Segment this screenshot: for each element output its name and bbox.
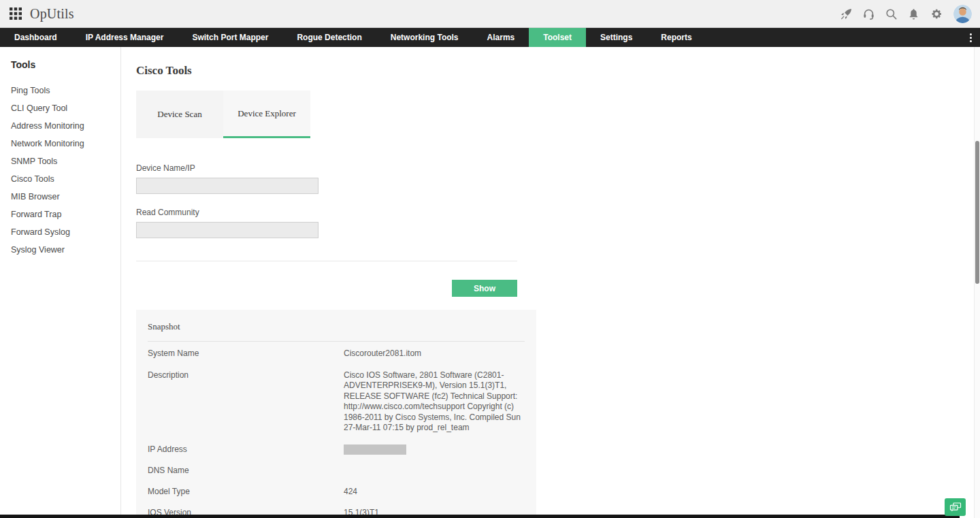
nav-tab-settings[interactable]: Settings: [586, 28, 647, 47]
settings-gear-icon[interactable]: [929, 7, 943, 20]
notifications-bell-icon[interactable]: [906, 7, 920, 20]
sidebar-item-address-monitoring[interactable]: Address Monitoring: [11, 122, 110, 131]
read-community-label: Read Community: [136, 208, 517, 217]
vertical-scrollbar[interactable]: [974, 47, 980, 518]
snapshot-panel: Snapshot System Name Ciscorouter2081.ito…: [136, 310, 536, 518]
snapshot-row-system-name: System Name Ciscorouter2081.itom: [148, 343, 525, 365]
tool-tabs: Device Scan Device Explorer: [136, 91, 980, 138]
tab-device-scan[interactable]: Device Scan: [136, 91, 223, 138]
nav-tab-reports[interactable]: Reports: [647, 28, 706, 47]
main-navbar: Dashboard IP Address Manager Switch Port…: [0, 28, 980, 47]
snapshot-row-model-type: Model Type 424: [148, 481, 525, 503]
device-explorer-form: Device Name/IP Read Community Show: [136, 163, 517, 297]
show-button[interactable]: Show: [452, 280, 517, 297]
sidebar-item-forward-trap[interactable]: Forward Trap: [11, 210, 110, 219]
sidebar-item-forward-syslog[interactable]: Forward Syslog: [11, 228, 110, 237]
nav-tab-dashboard[interactable]: Dashboard: [0, 28, 71, 47]
nav-tab-switch-port-mapper[interactable]: Switch Port Mapper: [178, 28, 282, 47]
form-divider: [136, 261, 517, 261]
device-name-input[interactable]: [136, 178, 318, 194]
user-avatar[interactable]: [953, 5, 972, 23]
tools-sidebar: Tools Ping Tools CLI Query Tool Address …: [0, 47, 121, 518]
page-title: Cisco Tools: [136, 64, 980, 78]
sidebar-item-cisco-tools[interactable]: Cisco Tools: [11, 175, 110, 184]
snapshot-title: Snapshot: [148, 321, 525, 332]
read-community-input[interactable]: [136, 222, 318, 238]
nav-tab-networking-tools[interactable]: Networking Tools: [376, 28, 473, 47]
main-panel: Cisco Tools Device Scan Device Explorer …: [121, 47, 980, 518]
redacted-ip-box: [344, 444, 406, 455]
topbar: OpUtils: [0, 0, 980, 28]
sidebar-item-snmp-tools[interactable]: SNMP Tools: [11, 157, 110, 166]
sidebar-item-mib-browser[interactable]: MIB Browser: [11, 193, 110, 201]
nav-tab-toolset[interactable]: Toolset: [529, 28, 586, 47]
launch-rocket-icon[interactable]: [839, 7, 853, 20]
snapshot-row-dns-name: DNS Name: [148, 460, 525, 481]
tab-device-explorer[interactable]: Device Explorer: [223, 91, 310, 138]
sidebar-item-ping-tools[interactable]: Ping Tools: [11, 86, 110, 95]
nav-tab-rogue-detection[interactable]: Rogue Detection: [282, 28, 376, 47]
snapshot-row-description: Description Cisco IOS Software, 2801 Sof…: [148, 365, 525, 439]
live-chat-button[interactable]: [945, 498, 966, 516]
sidebar-item-syslog-viewer[interactable]: Syslog Viewer: [11, 246, 110, 255]
sidebar-item-network-monitoring[interactable]: Network Monitoring: [11, 140, 110, 148]
app-logo: OpUtils: [30, 6, 74, 22]
kebab-menu-icon[interactable]: [965, 28, 976, 47]
nav-tab-alarms[interactable]: Alarms: [473, 28, 529, 47]
snapshot-divider: [148, 341, 525, 342]
search-icon[interactable]: [884, 7, 898, 20]
device-name-label: Device Name/IP: [136, 163, 517, 173]
sidebar-title: Tools: [11, 59, 110, 70]
snapshot-row-ip-address: IP Address: [148, 439, 525, 460]
sidebar-item-cli-query-tool[interactable]: CLI Query Tool: [11, 104, 110, 113]
scrollbar-thumb[interactable]: [975, 141, 979, 284]
apps-grid-icon[interactable]: [10, 7, 22, 20]
taskbar-edge: [0, 515, 960, 518]
support-headset-icon[interactable]: [862, 7, 875, 20]
nav-tab-ip-address-manager[interactable]: IP Address Manager: [71, 28, 178, 47]
